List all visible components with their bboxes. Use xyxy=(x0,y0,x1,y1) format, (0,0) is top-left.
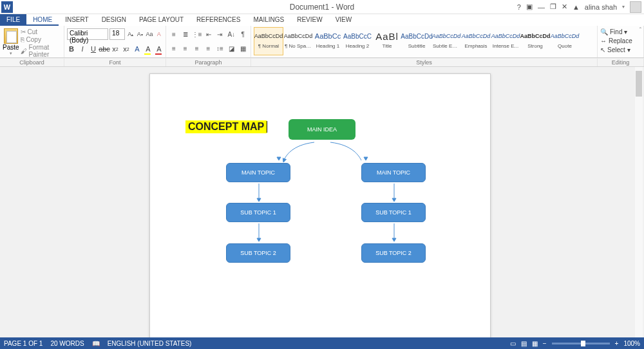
shrink-font-button[interactable]: A▾ xyxy=(136,29,144,39)
username-label[interactable]: alina shah xyxy=(585,3,617,11)
read-mode-icon[interactable]: ▭ xyxy=(510,340,516,347)
web-layout-icon[interactable]: ▦ xyxy=(532,340,538,347)
tab-view[interactable]: VIEW xyxy=(329,14,359,26)
style-card-emphasis[interactable]: AaBbCcDdEmphasis xyxy=(461,27,491,55)
zoom-in-button[interactable]: + xyxy=(615,340,619,347)
vertical-scrollbar[interactable] xyxy=(635,67,643,337)
shading-button[interactable]: ◪ xyxy=(226,43,236,53)
shape-right-sub2[interactable]: SUB TOPIC 2 xyxy=(361,243,426,263)
zoom-slider[interactable] xyxy=(552,343,610,344)
tab-references[interactable]: REFERENCES xyxy=(190,14,247,26)
find-button[interactable]: 🔍Find ▾ xyxy=(600,27,641,36)
style-preview: AaBbCc xyxy=(315,29,341,43)
document-canvas[interactable]: CONCEPT MAP MAIN IDEA MAIN TOPIC MAIN TO… xyxy=(0,67,644,337)
highlight-button[interactable]: A xyxy=(144,44,153,54)
bold-button[interactable]: B xyxy=(67,44,76,54)
borders-button[interactable]: ▦ xyxy=(238,43,248,53)
ribbon-tabs: FILE HOME INSERT DESIGN PAGE LAYOUT REFE… xyxy=(0,14,644,26)
font-label: Font xyxy=(64,59,166,66)
style-name-label: ¶ Normal xyxy=(255,43,282,49)
style-card-subtle-em-[interactable]: AaBbCcDdSubtle Em... xyxy=(431,27,461,55)
zoom-level[interactable]: 100% xyxy=(623,340,640,347)
user-avatar[interactable] xyxy=(630,1,641,13)
paste-label: Paste xyxy=(3,44,19,51)
style-preview: AaBbCcDd xyxy=(462,29,491,43)
align-center-button[interactable]: ≡ xyxy=(180,43,191,53)
page[interactable]: CONCEPT MAP MAIN IDEA MAIN TOPIC MAIN TO… xyxy=(149,73,491,337)
print-layout-icon[interactable]: ▤ xyxy=(521,340,527,347)
italic-button[interactable]: I xyxy=(78,44,87,54)
shape-right-sub1[interactable]: SUB TOPIC 1 xyxy=(361,203,426,222)
style-card-quote[interactable]: AaBbCcDdQuote xyxy=(550,27,580,55)
restore-button[interactable]: ❐ xyxy=(550,3,556,11)
underline-button[interactable]: U xyxy=(89,44,98,54)
format-painter-button[interactable]: 🖌Format Painter xyxy=(21,44,60,58)
font-size-select[interactable]: 18 xyxy=(109,28,125,40)
shape-right-topic[interactable]: MAIN TOPIC xyxy=(361,163,426,182)
help-icon[interactable]: ? xyxy=(517,3,521,11)
language-indicator[interactable]: ENGLISH (UNITED STATES) xyxy=(108,340,192,347)
tab-file[interactable]: FILE xyxy=(0,14,26,26)
shape-main-idea[interactable]: MAIN IDEA xyxy=(289,119,355,140)
clear-formatting-button[interactable]: A xyxy=(155,29,163,39)
font-color-button[interactable]: A xyxy=(155,44,164,54)
minimize-button[interactable]: — xyxy=(538,3,545,11)
shape-left-topic[interactable]: MAIN TOPIC xyxy=(226,163,290,182)
font-family-select[interactable]: Calibri (Body) xyxy=(67,28,108,40)
collapse-ribbon-icon[interactable]: ˆ xyxy=(639,27,641,34)
sort-button[interactable]: A↓ xyxy=(226,29,236,39)
decrease-indent-button[interactable]: ⇤ xyxy=(204,29,214,39)
spellcheck-icon[interactable]: 📖 xyxy=(92,340,100,347)
styles-label: Styles xyxy=(251,59,598,66)
titlebar: W Document1 - Word ? ▣ — ❐ ✕ ▲ alina sha… xyxy=(0,0,644,14)
page-indicator[interactable]: PAGE 1 OF 1 xyxy=(4,340,43,347)
cut-button[interactable]: ✂Cut xyxy=(21,28,60,35)
increase-indent-button[interactable]: ⇥ xyxy=(214,29,225,39)
copy-button[interactable]: ⎘Copy xyxy=(21,36,60,43)
text-effects-button[interactable]: A xyxy=(133,44,142,54)
style-card--normal[interactable]: AaBbCcDd¶ Normal xyxy=(254,27,283,55)
bullets-button[interactable]: ≡ xyxy=(169,29,179,39)
concept-map-title[interactable]: CONCEPT MAP xyxy=(185,120,267,133)
close-button[interactable]: ✕ xyxy=(562,3,567,11)
style-card-heading-2[interactable]: AaBbCcCHeading 2 xyxy=(343,27,372,55)
shape-left-sub2[interactable]: SUB TOPIC 2 xyxy=(226,243,290,263)
show-marks-button[interactable]: ¶ xyxy=(238,29,248,39)
paste-button[interactable]: Paste ▾ xyxy=(3,27,19,56)
line-spacing-button[interactable]: ↕≡ xyxy=(214,43,225,53)
align-left-button[interactable]: ≡ xyxy=(169,43,179,53)
tab-mailings[interactable]: MAILINGS xyxy=(247,14,290,26)
replace-button[interactable]: ↔Replace xyxy=(600,36,641,45)
align-right-button[interactable]: ≡ xyxy=(192,43,202,53)
style-name-label: Strong xyxy=(522,43,549,49)
scrollbar-thumb[interactable] xyxy=(636,71,642,97)
zoom-out-button[interactable]: − xyxy=(543,340,547,347)
tab-home[interactable]: HOME xyxy=(26,14,59,26)
strikethrough-button[interactable]: abc xyxy=(100,44,109,54)
tab-insert[interactable]: INSERT xyxy=(59,14,95,26)
cursor-icon: ↖ xyxy=(600,46,605,53)
grow-font-button[interactable]: A▴ xyxy=(126,29,135,39)
shape-left-sub1[interactable]: SUB TOPIC 1 xyxy=(226,203,290,222)
superscript-button[interactable]: x2 xyxy=(122,44,131,54)
style-card-intense-e-[interactable]: AaBbCcDdIntense E... xyxy=(491,27,520,55)
numbering-button[interactable]: ≣ xyxy=(180,29,191,39)
tab-design[interactable]: DESIGN xyxy=(95,14,133,26)
ribbon-group-labels: Clipboard Font Paragraph Styles Editing xyxy=(0,58,644,67)
tab-page-layout[interactable]: PAGE LAYOUT xyxy=(133,14,190,26)
subscript-button[interactable]: x2 xyxy=(111,44,120,54)
select-button[interactable]: ↖Select ▾ xyxy=(600,45,641,54)
ribbon-display-options-icon[interactable]: ▣ xyxy=(526,3,533,11)
style-card--no-spac-[interactable]: AaBbCcDd¶ No Spac... xyxy=(283,27,313,55)
style-card-title[interactable]: AaBlTitle xyxy=(372,27,402,55)
style-card-subtitle[interactable]: AaBbCcDdSubtitle xyxy=(402,27,431,55)
change-case-button[interactable]: Aa xyxy=(146,29,154,39)
style-preview: AaBbCcDd xyxy=(520,29,551,43)
justify-button[interactable]: ≡ xyxy=(204,43,214,53)
word-count[interactable]: 20 WORDS xyxy=(50,340,84,347)
multilevel-list-button[interactable]: ⋮≡ xyxy=(192,29,202,39)
style-card-heading-1[interactable]: AaBbCcHeading 1 xyxy=(313,27,343,55)
style-card-strong[interactable]: AaBbCcDdStrong xyxy=(520,27,550,55)
tab-review[interactable]: REVIEW xyxy=(290,14,328,26)
style-name-label: Intense E... xyxy=(492,43,519,49)
